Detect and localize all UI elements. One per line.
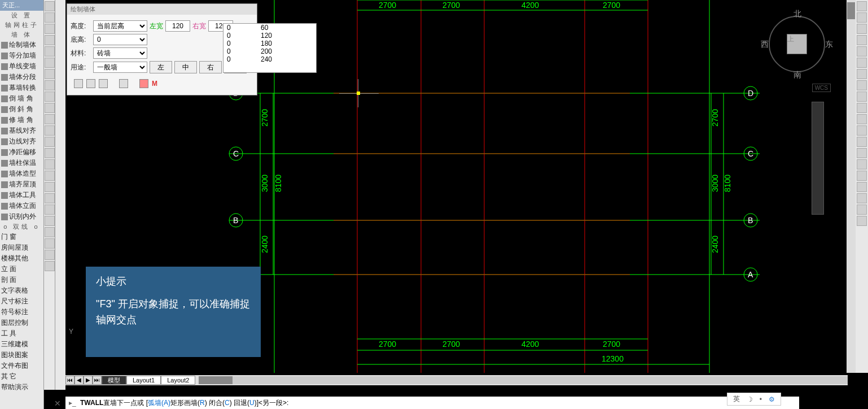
- menu-item[interactable]: 符号标注: [0, 307, 43, 317]
- tool-icon[interactable]: [45, 137, 55, 147]
- menu-item[interactable]: 墙体造型: [0, 168, 43, 179]
- ime-bar[interactable]: 英 ☽ • ⚙: [727, 393, 781, 406]
- tool-icon[interactable]: [857, 58, 867, 68]
- mode-line-icon[interactable]: [74, 79, 83, 88]
- tool-icon[interactable]: [857, 103, 867, 113]
- tool-icon[interactable]: [857, 69, 867, 79]
- tool-icon[interactable]: [45, 159, 55, 169]
- tool-icon[interactable]: [45, 1, 55, 11]
- menu-item[interactable]: 图层控制: [0, 317, 43, 328]
- menu-item[interactable]: 墙柱保温: [0, 158, 43, 168]
- nav-bar[interactable]: [812, 102, 824, 215]
- dialog-title[interactable]: 绘制墙体: [67, 4, 257, 15]
- tool-icon[interactable]: [45, 92, 55, 102]
- menu-item[interactable]: 图块图案: [0, 350, 43, 360]
- tool-icon[interactable]: [45, 250, 55, 260]
- menu-section-axis[interactable]: 轴网柱子: [0, 20, 43, 30]
- tool-icon[interactable]: [45, 182, 55, 192]
- list-item[interactable]: 0120: [223, 32, 316, 40]
- tab-prev-button[interactable]: ◀: [74, 376, 84, 385]
- tab-first-button[interactable]: ⏮: [65, 376, 74, 385]
- tool-icon[interactable]: [857, 182, 867, 192]
- draw-wall-dialog[interactable]: 绘制墙体 高度: 当前层高 左宽 右宽 底高: 0 材料: 砖墙 用途: 一般墙…: [67, 3, 257, 95]
- list-item[interactable]: 0200: [223, 47, 316, 55]
- menu-item[interactable]: 墙体工具: [0, 190, 43, 201]
- menu-item[interactable]: 等分加墙: [0, 50, 43, 61]
- menu-item[interactable]: 文字表格: [0, 285, 43, 296]
- tab-layout1[interactable]: Layout1: [126, 376, 161, 385]
- ime-lang[interactable]: 英: [733, 394, 740, 404]
- tool-icon[interactable]: [857, 171, 867, 181]
- tool-icon[interactable]: [45, 12, 55, 23]
- menu-section-settings[interactable]: 设 置: [0, 11, 43, 20]
- menu-item[interactable]: 倒 墙 角: [0, 93, 43, 104]
- list-item[interactable]: 060: [223, 24, 316, 32]
- height-select[interactable]: 当前层高: [93, 20, 147, 32]
- vertical-scrollbar[interactable]: [847, 0, 856, 373]
- left-width-input[interactable]: [165, 20, 190, 32]
- menu-item[interactable]: 尺寸标注: [0, 296, 43, 307]
- tool-icon[interactable]: [45, 46, 55, 56]
- menu-item[interactable]: 墙齐屋顶: [0, 179, 43, 190]
- tool-icon[interactable]: [45, 125, 55, 136]
- tool-icon[interactable]: [45, 103, 55, 113]
- mode-rect-icon[interactable]: [99, 79, 108, 88]
- tab-last-button[interactable]: ⏭: [93, 376, 102, 385]
- tool-icon[interactable]: [857, 137, 867, 147]
- tool-icon[interactable]: [45, 35, 55, 45]
- tool-icon[interactable]: [45, 69, 55, 79]
- tool-icon[interactable]: [45, 227, 55, 237]
- usage-select[interactable]: 一般墙: [93, 62, 147, 73]
- menu-item[interactable]: 文件布图: [0, 360, 43, 371]
- tool-icon[interactable]: [45, 58, 55, 68]
- menu-item[interactable]: 绘制墙体: [0, 40, 43, 50]
- ime-gear-icon[interactable]: ⚙: [769, 395, 775, 403]
- cmd-option-rect[interactable]: R: [200, 399, 205, 407]
- tab-next-button[interactable]: ▶: [84, 376, 93, 385]
- align-right-button[interactable]: 右: [199, 61, 222, 73]
- tool-icon[interactable]: [857, 80, 867, 90]
- tool-icon[interactable]: [45, 171, 55, 181]
- tool-icon[interactable]: [857, 204, 867, 215]
- command-expand-icon[interactable]: ✕: [54, 399, 61, 408]
- menu-item[interactable]: 其 它: [0, 371, 43, 382]
- tool-icon[interactable]: [857, 24, 867, 34]
- tool-icon[interactable]: [45, 114, 55, 124]
- menu-item[interactable]: 房间屋顶: [0, 242, 43, 253]
- tool-icon[interactable]: [45, 148, 55, 158]
- menu-item[interactable]: 幕墙转换: [0, 82, 43, 93]
- scrollbar-thumb[interactable]: [199, 376, 233, 384]
- view-cube[interactable]: 上: [787, 34, 807, 54]
- menu-item[interactable]: 楼梯其他: [0, 253, 43, 264]
- tool-icon[interactable]: [45, 238, 55, 249]
- tool-icon[interactable]: [45, 193, 55, 203]
- align-left-button[interactable]: 左: [150, 61, 172, 73]
- base-select[interactable]: 0: [93, 34, 147, 45]
- tool-icon[interactable]: [857, 125, 867, 136]
- menu-item[interactable]: 识别内外: [0, 211, 43, 222]
- mode-arc-icon[interactable]: [86, 79, 95, 88]
- tool-icon[interactable]: [857, 193, 867, 203]
- menu-item[interactable]: 倒 斜 角: [0, 104, 43, 115]
- list-item[interactable]: 0180: [223, 40, 316, 47]
- tab-layout2[interactable]: Layout2: [161, 376, 195, 385]
- menu-item[interactable]: 墙体立面: [0, 201, 43, 211]
- tool-icon[interactable]: [857, 114, 867, 124]
- tool-icon[interactable]: [45, 24, 55, 34]
- tool-icon[interactable]: [857, 159, 867, 169]
- view-compass[interactable]: 上 北 南 东 西: [763, 10, 831, 78]
- wcs-label[interactable]: WCS: [812, 84, 831, 92]
- align-mid-button[interactable]: 中: [174, 61, 197, 73]
- menu-item[interactable]: 墙体分段: [0, 72, 43, 82]
- menu-item[interactable]: 修 墙 角: [0, 115, 43, 125]
- tool-icon[interactable]: [45, 80, 55, 90]
- menu-item[interactable]: 剖 面: [0, 275, 43, 285]
- plus-icon[interactable]: [139, 79, 148, 88]
- horizontal-scrollbar[interactable]: [199, 376, 848, 384]
- cmd-option-close[interactable]: C: [225, 399, 230, 407]
- menu-item[interactable]: 边线对齐: [0, 136, 43, 147]
- menu-item[interactable]: 净距偏移: [0, 147, 43, 158]
- tool-icon[interactable]: [857, 148, 867, 158]
- menu-item[interactable]: 单线变墙: [0, 61, 43, 72]
- command-line[interactable]: ▸_ TWALL 直墙下一点或 [ 弧墙(A) 矩形画墙( R ) 闭合( C …: [65, 397, 799, 409]
